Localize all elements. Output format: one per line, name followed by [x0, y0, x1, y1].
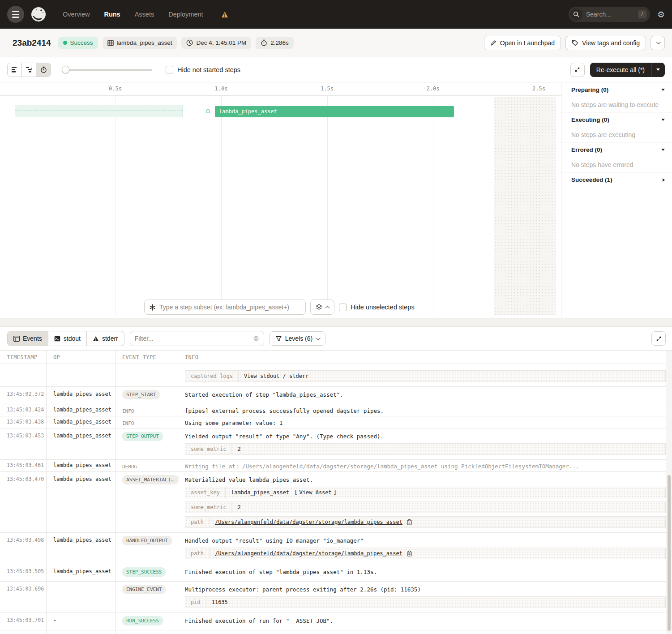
view-timed-button[interactable] [36, 63, 51, 77]
log-op: lambda_pipes_asset [47, 533, 116, 564]
search-shortcut-badge: / [638, 10, 646, 18]
tab-stderr[interactable]: stderr [87, 331, 124, 346]
log-timestamp: 13:45:03.505 [0, 564, 47, 581]
log-filter-input[interactable] [135, 335, 253, 342]
global-search[interactable]: / [569, 7, 650, 22]
reexecute-all-button[interactable]: Re-execute all (*) [590, 63, 665, 77]
log-row: 13:45:03.701-RUN_SUCCESSFinished executi… [0, 613, 672, 630]
log-event-type [116, 364, 178, 386]
view-flat-button[interactable] [8, 63, 22, 77]
metadata-key: path [185, 517, 210, 527]
log-op [47, 364, 116, 386]
logs-fullscreen-button[interactable] [651, 331, 666, 346]
hamburger-menu-button[interactable] [7, 6, 24, 23]
metadata-path-link[interactable]: /Users/alangenfeld/data/dagster/storage/… [215, 550, 402, 557]
metadata-entry: some_metric2 [185, 443, 666, 455]
axis-tick-label: 2.0s [427, 86, 440, 92]
sidebar-section-succeeded[interactable]: Succeeded (1) [561, 172, 672, 187]
column-header-timestamp: TIMESTAMP [0, 351, 47, 364]
sidebar-section-executing[interactable]: Executing (0) [561, 112, 672, 127]
sidebar-section-errored[interactable]: Errored (0) [561, 142, 672, 157]
step-subset-input[interactable] [159, 304, 301, 311]
metadata-key: path [185, 548, 210, 559]
log-event-type: STEP_SUCCESS [116, 564, 178, 581]
column-header-op: OP [47, 351, 116, 364]
nav-item-overview[interactable]: Overview [63, 11, 90, 18]
metadata-value: 11635 [206, 597, 665, 608]
log-timestamp [0, 364, 47, 386]
gantt-toolbar: Hide not started steps Re-execute all (*… [0, 57, 672, 82]
logs-scrollbar[interactable] [666, 351, 672, 634]
dagster-logo-icon [30, 6, 47, 22]
settings-gear-icon[interactable]: ⚙ [657, 10, 665, 19]
log-event-type: INFO [116, 416, 178, 428]
event-type-badge: STEP_START [122, 390, 160, 399]
log-info: Handled output "result" using IO manager… [178, 533, 672, 564]
clear-filter-icon[interactable]: ⊗ [253, 335, 259, 342]
metadata-entry: captured_logsView stdout / stderr [185, 370, 666, 382]
metadata-text: 11635 [212, 599, 228, 605]
nav-item-deployment[interactable]: Deployment [168, 11, 203, 18]
terminal-icon [54, 336, 60, 342]
event-type-badge: ASSET_MATERIALIZAT… [122, 475, 179, 484]
event-type-badge: ENGINE_EVENT [122, 585, 166, 594]
event-type-badge: INFO [122, 408, 134, 414]
nav-item-runs[interactable]: Runs [104, 11, 120, 18]
view-asset-link[interactable]: View Asset [300, 489, 332, 496]
open-in-launchpad-button[interactable]: Open in Launchpad [484, 36, 561, 50]
axis-gridline [221, 96, 222, 315]
view-waterfall-button[interactable] [22, 63, 36, 77]
metadata-value: /Users/alangenfeld/data/dagster/storage/… [210, 517, 665, 527]
reexecute-label[interactable]: Re-execute all (*) [590, 63, 651, 77]
reexecute-dropdown-caret[interactable] [651, 63, 665, 77]
run-header-more-button[interactable] [651, 36, 665, 50]
gantt-step-bar[interactable]: lambda_pipes_asset [215, 106, 454, 117]
sidebar-section-preparing[interactable]: Preparing (0) [561, 82, 672, 97]
copy-icon[interactable] [407, 550, 412, 557]
gantt-chart-body: Hide unselected steps lambda_pipes_asset [0, 96, 561, 317]
scrollbar-thumb[interactable] [668, 475, 671, 631]
hide-unselected-checkbox[interactable] [339, 304, 347, 311]
run-status-badge: Success [58, 37, 98, 49]
top-navigation: OverviewRunsAssetsDeployment / ⚙ [0, 0, 672, 29]
logs-toolbar: Events stdout stderr ⊗ Levels [0, 327, 672, 350]
search-input[interactable] [586, 11, 629, 18]
expand-icon [574, 66, 581, 73]
tag-icon [572, 39, 578, 46]
slider-thumb[interactable] [62, 66, 69, 73]
metadata-value: /Users/alangenfeld/data/dagster/storage/… [210, 548, 665, 559]
chevron-down-icon [656, 40, 660, 44]
metadata-text[interactable]: View stdout / stderr [244, 373, 309, 379]
nav-item-assets[interactable]: Assets [135, 11, 154, 18]
axis-gridline [116, 96, 116, 315]
event-type-badge: STEP_SUCCESS [122, 567, 166, 577]
chevron-down-icon [316, 336, 321, 340]
log-op: lambda_pipes_asset [47, 428, 116, 459]
job-name-tag[interactable]: lambda_pipes_asset [103, 37, 177, 49]
sidebar-section-title: Preparing (0) [571, 86, 608, 93]
metadata-value: 2 [232, 502, 665, 513]
log-row: 13:45:03.461lambda_pipes_assetDEBUGWriti… [0, 460, 672, 472]
metadata-path-link[interactable]: /Users/alangenfeld/data/dagster/storage/… [215, 519, 402, 525]
metadata-key: asset_key [185, 487, 226, 498]
panel-resize-divider[interactable] [0, 318, 672, 327]
view-tags-config-button[interactable]: View tags and config [565, 36, 646, 50]
run-header: 23ab2414 Success lambda_pipes_asset Dec … [0, 29, 672, 57]
log-timestamp: 13:45:03.716 [0, 630, 47, 634]
log-info: Multiprocess executor: parent process ex… [178, 582, 672, 613]
step-layers-button[interactable] [310, 300, 334, 315]
levels-dropdown-button[interactable]: Levels (6) [270, 331, 325, 346]
pencil-icon [490, 40, 497, 46]
log-timestamp: 13:45:03.701 [0, 613, 47, 630]
tab-events[interactable]: Events [8, 331, 48, 346]
gantt-zoom-slider[interactable] [63, 69, 152, 71]
logs-tabs: Events stdout stderr [7, 331, 124, 346]
log-row: 13:45:03.424lambda_pipes_assetINFO[pipes… [0, 404, 672, 416]
gantt-after-run-region [494, 97, 556, 315]
gantt-fullscreen-button[interactable] [570, 63, 585, 77]
logs-table-header: TIMESTAMP OP EVENT TYPE INFO [0, 351, 672, 364]
tab-stdout[interactable]: stdout [48, 331, 87, 346]
step-selector-icon [149, 304, 156, 311]
hide-not-started-checkbox[interactable] [166, 66, 173, 73]
copy-icon[interactable] [407, 519, 412, 525]
